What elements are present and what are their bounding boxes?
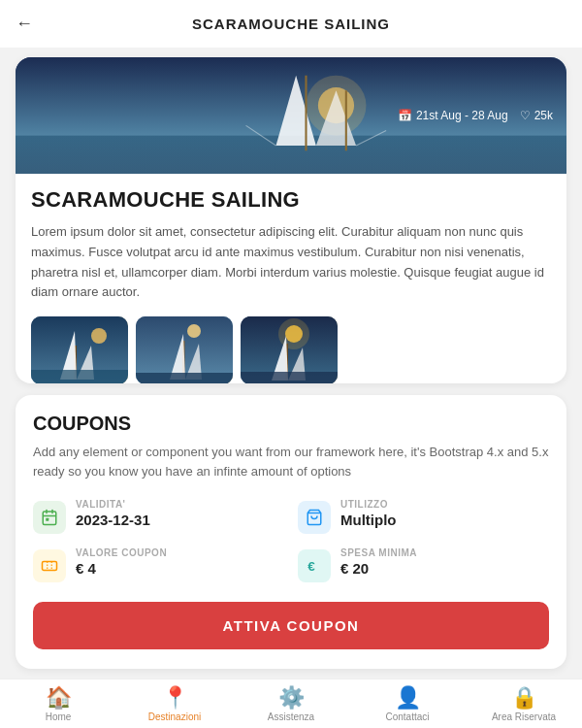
- detail-valore-value: € 4: [76, 560, 167, 577]
- nav-assistenza-label: Assistenza: [268, 711, 314, 722]
- area-riservata-icon: 🔒: [511, 687, 537, 709]
- detail-validita-content: VALIDITA' 2023-12-31: [76, 499, 150, 528]
- coupon-details-grid: VALIDITA' 2023-12-31 UTILIZZO: [33, 499, 549, 582]
- nav-home[interactable]: 🏠 Home: [0, 687, 116, 722]
- nav-area-riservata[interactable]: 🔒 Area Riservata: [466, 687, 582, 722]
- home-icon: 🏠: [46, 687, 72, 709]
- detail-spesa-label: SPESA MINIMA: [340, 547, 417, 558]
- coupon-title: COUPONS: [33, 413, 549, 435]
- thumbnail-2[interactable]: [136, 316, 233, 383]
- hero-body: SCARAMOUCHE SAILING Lorem ipsum dolor si…: [16, 174, 566, 383]
- nav-assistenza[interactable]: ⚙️ Assistenza: [233, 687, 349, 722]
- thumbnail-1[interactable]: [31, 316, 128, 383]
- detail-valore: VALORE COUPON € 4: [33, 547, 284, 582]
- detail-utilizzo-label: UTILIZZO: [340, 499, 396, 510]
- bottom-nav: 🏠 Home 📍 Destinazioni ⚙️ Assistenza 👤 Co…: [0, 678, 582, 728]
- detail-valore-content: VALORE COUPON € 4: [76, 547, 167, 577]
- svg-text:€: €: [307, 559, 315, 574]
- nav-contattaci[interactable]: 👤 Contattaci: [349, 687, 466, 722]
- hero-card: VACATION 📅 21st Aug - 28 Aug ♡ 25k SCARA…: [16, 57, 566, 383]
- detail-valore-label: VALORE COUPON: [76, 547, 167, 558]
- coupon-card: COUPONS Add any element or component you…: [16, 395, 566, 669]
- svg-rect-29: [43, 512, 56, 525]
- svg-point-24: [278, 318, 309, 349]
- cart-icon: [298, 501, 331, 534]
- top-bar: ← SCARAMOUCHE SAILING: [0, 0, 582, 48]
- nav-destinazioni[interactable]: 📍 Destinazioni: [116, 687, 233, 722]
- detail-utilizzo-content: UTILIZZO Multiplo: [340, 499, 396, 528]
- detail-utilizzo-value: Multiplo: [340, 512, 396, 528]
- svg-rect-15: [31, 370, 128, 383]
- hero-title: SCARAMOUCHE SAILING: [31, 187, 551, 213]
- phone-container: ← SCARAMOUCHE SAILING: [0, 0, 582, 728]
- detail-validita-label: VALIDITA': [76, 499, 150, 510]
- heart-icon: ♡: [520, 109, 531, 122]
- destinazioni-icon: 📍: [162, 687, 188, 709]
- detail-utilizzo: UTILIZZO Multiplo: [298, 499, 549, 534]
- detail-spesa-value: € 20: [340, 560, 417, 577]
- detail-validita: VALIDITA' 2023-12-31: [33, 499, 284, 534]
- nav-destinazioni-label: Destinazioni: [148, 711, 201, 722]
- scroll-area: VACATION 📅 21st Aug - 28 Aug ♡ 25k SCARA…: [0, 48, 582, 678]
- svg-rect-33: [46, 518, 48, 521]
- svg-point-11: [91, 328, 107, 344]
- hero-meta: 📅 21st Aug - 28 Aug ♡ 25k: [398, 109, 553, 122]
- euro-icon: €: [298, 549, 331, 582]
- hero-description: Lorem ipsum dolor sit amet, consectetur …: [31, 222, 551, 303]
- nav-area-riservata-label: Area Riservata: [492, 711, 556, 722]
- svg-point-17: [187, 324, 201, 338]
- ticket-icon: [33, 549, 66, 582]
- thumbnail-3[interactable]: [241, 316, 338, 383]
- nav-home-label: Home: [46, 711, 72, 722]
- nav-contattaci-label: Contattaci: [385, 711, 429, 722]
- calendar-icon: 📅: [398, 109, 412, 122]
- likes: ♡ 25k: [520, 109, 553, 122]
- coupon-description: Add any element or component you want fr…: [33, 443, 549, 481]
- hero-image: VACATION 📅 21st Aug - 28 Aug ♡ 25k: [16, 57, 566, 174]
- svg-rect-21: [136, 373, 233, 383]
- detail-spesa-content: SPESA MINIMA € 20: [340, 547, 417, 577]
- svg-rect-35: [43, 562, 57, 571]
- activate-coupon-button[interactable]: ATTIVA COUPON: [33, 602, 549, 649]
- contattaci-icon: 👤: [395, 687, 421, 709]
- svg-rect-28: [241, 372, 338, 383]
- page-title: SCARAMOUCHE SAILING: [45, 16, 537, 32]
- thumbnail-row: [31, 316, 551, 383]
- back-button[interactable]: ←: [16, 14, 45, 34]
- detail-spesa: € SPESA MINIMA € 20: [298, 547, 549, 582]
- assistenza-icon: ⚙️: [278, 687, 305, 709]
- detail-validita-value: 2023-12-31: [76, 512, 150, 528]
- date-range: 📅 21st Aug - 28 Aug: [398, 109, 508, 122]
- calendar-icon: [33, 501, 66, 534]
